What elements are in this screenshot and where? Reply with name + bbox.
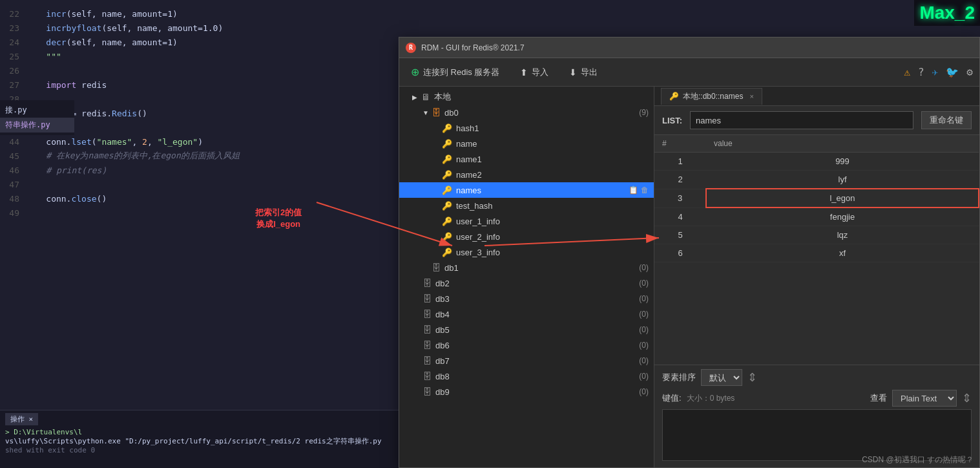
tree-key-name1[interactable]: 🔑 name1	[399, 151, 654, 167]
key-name-input[interactable]	[690, 111, 913, 129]
tree-db1[interactable]: 🗄 db1 (0)	[399, 260, 654, 275]
db0-count: (9)	[639, 108, 649, 117]
local-label: 本地	[434, 91, 649, 103]
key-icon-user1: 🔑	[442, 217, 452, 226]
tree-key-user3[interactable]: 🔑 user_3_info	[399, 244, 654, 260]
key-icon-name: 🔑	[442, 139, 452, 149]
row-num: 4	[654, 207, 706, 226]
key-icon-names: 🔑	[442, 186, 452, 195]
tree-key-user1[interactable]: 🔑 user_1_info	[399, 213, 654, 229]
rdm-tab-names[interactable]: 🔑 本地::db0::names ×	[661, 88, 762, 105]
rdm-main: ▶ 🖥 本地 ▼ 🗄 db0 (9) 🔑 hash1 🔑 name	[399, 87, 979, 467]
tree-db5[interactable]: 🗄 db5 (0)	[399, 322, 654, 337]
table-row[interactable]: 6xf	[654, 244, 979, 262]
row-value: xf	[706, 244, 979, 262]
key-label-hash1: hash1	[456, 123, 649, 133]
tree-db8[interactable]: 🗄 db8 (0)	[399, 368, 654, 384]
tree-db9[interactable]: 🗄 db9 (0)	[399, 384, 654, 399]
warning-icon[interactable]: ⚠	[904, 66, 910, 78]
rename-key-button[interactable]: 重命名键	[921, 111, 972, 129]
key-label-name: name	[456, 139, 649, 149]
db1-count: (0)	[639, 263, 649, 272]
db0-arrow: ▼	[422, 109, 432, 116]
rdm-title: RDM - GUI for Redis® 2021.7	[421, 43, 525, 52]
tree-db3[interactable]: 🗄 db3 (0)	[399, 291, 654, 306]
tab-key-icon: 🔑	[669, 92, 679, 101]
value-label: 键值:	[662, 392, 682, 404]
data-table: # value 19992lyf3l_egon4fengjie5lqz6xf	[654, 135, 979, 365]
row-value: 999	[706, 153, 979, 171]
row-num: 2	[654, 171, 706, 189]
bottom-controls: 要素排序 默认 ⇕ 键值: 大小：0 bytes 查看 Plain Text ⇕	[654, 365, 979, 467]
tree-key-name[interactable]: 🔑 name	[399, 136, 654, 151]
tree-db6[interactable]: 🗄 db6 (0)	[399, 337, 654, 353]
db9-icon: 🗄	[422, 387, 432, 397]
table-row[interactable]: 5lqz	[654, 226, 979, 244]
tab-label: 本地::db0::names	[683, 91, 743, 102]
key-label-user3: user_3_info	[456, 248, 649, 257]
view-select[interactable]: Plain Text	[892, 390, 957, 407]
terminal-path: > D:\Virtualenvs\l	[5, 428, 395, 436]
db5-count: (0)	[639, 325, 649, 334]
key-type-label: LIST:	[662, 116, 682, 125]
row-num: 1	[654, 153, 706, 171]
connect-label: 连接到 Redis 服务器	[423, 67, 499, 78]
rdm-tabs: 🔑 本地::db0::names ×	[654, 87, 979, 106]
view-arrows[interactable]: ⇕	[962, 391, 972, 405]
tree-db2[interactable]: 🗄 db2 (0)	[399, 275, 654, 291]
export-button[interactable]: ⬇ 导出	[564, 64, 603, 81]
connect-button[interactable]: ⊕ 连接到 Redis 服务器	[406, 63, 505, 81]
tree-key-hash1[interactable]: 🔑 hash1	[399, 120, 654, 136]
import-button[interactable]: ⬆ 导入	[515, 64, 554, 81]
tree-local[interactable]: ▶ 🖥 本地	[399, 89, 654, 105]
tab-close-button[interactable]: ×	[749, 92, 753, 100]
col-value: value	[706, 135, 979, 153]
delete-icon[interactable]: 🗑	[641, 186, 649, 195]
table-row[interactable]: 3l_egon	[654, 189, 979, 207]
db2-count: (0)	[639, 279, 649, 288]
copy-icon[interactable]: 📋	[629, 186, 638, 195]
csdn-watermark: CSDN @初遇我口 すの热情呢？	[862, 454, 974, 465]
tree-db4[interactable]: 🗄 db4 (0)	[399, 306, 654, 322]
db8-icon: 🗄	[422, 371, 432, 381]
export-icon: ⬇	[569, 67, 577, 78]
file-item-active[interactable]: 符串操作.py	[0, 118, 74, 133]
tree-db7[interactable]: 🗄 db7 (0)	[399, 353, 654, 368]
annotation-text: 把索引2的值 换成l_egon	[255, 207, 302, 230]
terminal-tab[interactable]: 操作 ×	[5, 413, 38, 425]
key-label-user2: user_2_info	[456, 232, 649, 242]
table-row[interactable]: 4fengjie	[654, 207, 979, 226]
terminal-output: shed with exit code 0	[5, 446, 395, 454]
db8-label: db8	[435, 372, 636, 381]
key-label-name2: name2	[456, 170, 649, 180]
file-item-jiepy[interactable]: 接.py	[0, 103, 74, 118]
table-row[interactable]: 1999	[654, 153, 979, 171]
sort-label: 要素排序	[662, 372, 696, 383]
row-value: fengjie	[706, 207, 979, 226]
value-editor[interactable]	[662, 409, 972, 461]
tree-key-user2[interactable]: 🔑 user_2_info	[399, 229, 654, 244]
terminal-command: vs\luffy\Scripts\python.exe "D:/py_proje…	[5, 436, 395, 446]
rdm-tree[interactable]: ▶ 🖥 本地 ▼ 🗄 db0 (9) 🔑 hash1 🔑 name	[399, 87, 654, 467]
db3-icon: 🗄	[422, 293, 432, 304]
settings-icon[interactable]: ⚙	[966, 66, 973, 78]
db2-label: db2	[435, 279, 636, 288]
help-icon[interactable]: ?	[918, 66, 924, 78]
key-label-names: names	[456, 186, 629, 195]
tree-key-names[interactable]: 🔑 names 📋 🗑	[399, 182, 654, 198]
connect-icon: ⊕	[411, 66, 419, 78]
import-icon: ⬆	[520, 67, 528, 78]
tree-key-name2[interactable]: 🔑 name2	[399, 167, 654, 182]
tree-key-test-hash[interactable]: 🔑 test_hash	[399, 198, 654, 213]
telegram-icon[interactable]: ✈	[932, 66, 939, 78]
rdm-app-icon: R	[406, 43, 416, 53]
db0-icon: 🗄	[432, 107, 441, 118]
twitter-icon[interactable]: 🐦	[946, 66, 959, 78]
key-icon-user3: 🔑	[442, 248, 452, 257]
terminal-panel: 操作 × > D:\Virtualenvs\l vs\luffy\Scripts…	[0, 410, 401, 468]
row-num: 3	[654, 189, 706, 207]
sort-arrows[interactable]: ⇕	[747, 370, 757, 385]
table-row[interactable]: 2lyf	[654, 171, 979, 189]
tree-db0[interactable]: ▼ 🗄 db0 (9)	[399, 105, 654, 120]
sort-select[interactable]: 默认	[701, 369, 742, 386]
